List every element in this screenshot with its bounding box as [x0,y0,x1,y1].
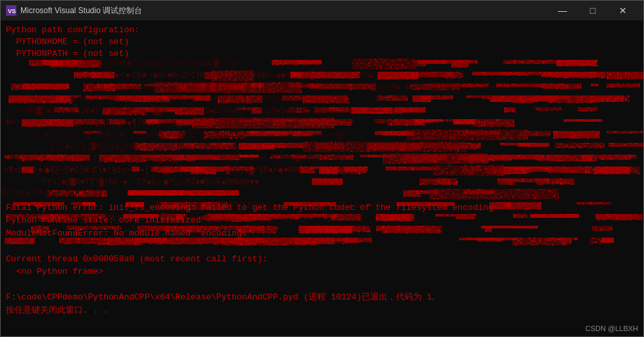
console-body: Python path configuration: PYTHONHOME = … [1,20,643,336]
main-window: VS Microsoft Visual Studio 调试控制台 — □ ✕ P… [0,0,644,337]
fatal-error-line: Fatal Python error: init_fs_encoding: fa… [6,201,493,215]
pythonpath-line: PYTHONPATH = (not set) [6,48,139,60]
pythonhome-line: PYTHONHOME = (not set) [6,36,139,48]
app-icon: VS [6,5,16,16]
empty-line-1 [6,240,493,253]
close-button[interactable]: ✕ [608,1,638,20]
window-controls: — □ ✕ [547,1,638,20]
press-key-line: 按任意键关闭此窗口. . . [6,304,493,317]
empty-line-2 [6,278,493,292]
runtime-state-line: Python runtime state: core initialized [6,214,493,227]
watermark: CSDN @LLBXH [585,324,638,332]
current-thread-line: Current thread 0x000058a0 (most recent c… [6,253,493,266]
module-not-found-line: ModuleNotFoundError: No module named 'en… [6,227,493,240]
no-python-frame-line: <no Python frame> [6,265,493,278]
python-path-config-label: Python path configuration: [6,24,139,36]
minimize-button[interactable]: — [547,1,578,20]
maximize-button[interactable]: □ [578,1,608,20]
window-title: Microsoft Visual Studio 调试控制台 [20,5,547,16]
exit-code-line: F:\code\CPPdemo\PythonAndCPP\x64\Release… [6,291,493,304]
title-bar: VS Microsoft Visual Studio 调试控制台 — □ ✕ [1,1,643,20]
svg-text:VS: VS [8,8,16,14]
